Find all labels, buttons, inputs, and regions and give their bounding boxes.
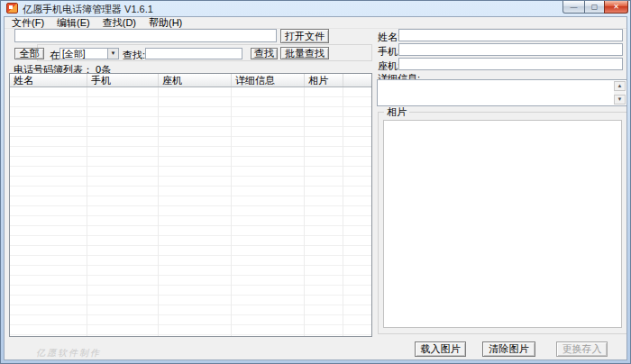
scope-dropdown-value: [全部]: [62, 49, 86, 59]
table-grid-col: [232, 87, 305, 336]
table-grid-col: [343, 87, 371, 336]
file-path-input[interactable]: [14, 29, 277, 42]
title-bar: 亿愿手机电话簿管理器 V1.6.1 — ▢ ✕: [1, 1, 630, 16]
column-header-mobile[interactable]: 手机: [87, 74, 159, 86]
table-grid-col: [10, 87, 87, 336]
mobile-field[interactable]: [398, 43, 623, 56]
batch-find-button[interactable]: 批量查找: [280, 47, 329, 59]
table-grid-col: [305, 87, 343, 336]
mobile-label: 手机:: [378, 45, 400, 59]
scroll-down-icon[interactable]: ▼: [614, 95, 626, 105]
vendor-watermark: 亿愿软件制作: [36, 347, 101, 359]
scope-dropdown[interactable]: [全部] ▼: [59, 48, 119, 59]
clear-image-button[interactable]: 清除图片: [482, 341, 535, 357]
in-label: 在: [50, 49, 59, 62]
chevron-down-icon[interactable]: ▼: [107, 49, 118, 59]
landline-field[interactable]: [398, 58, 623, 70]
menu-bar: 文件(F) 编辑(E) 查找(D) 帮助(H): [5, 17, 626, 29]
open-file-button[interactable]: 打开文件: [280, 29, 329, 43]
scroll-up-icon[interactable]: ▲: [614, 81, 626, 91]
menu-search[interactable]: 查找(D): [96, 17, 142, 29]
maximize-button[interactable]: ▢: [585, 1, 604, 14]
contacts-table: 姓名 手机 座机 详细信息 相片: [9, 73, 372, 337]
menu-edit[interactable]: 编辑(E): [50, 17, 96, 29]
client-area: 文件(F) 编辑(E) 查找(D) 帮助(H) 打开文件 全部 在 [全部] ▼…: [4, 16, 627, 360]
column-header-empty: [343, 74, 371, 86]
landline-label: 座机:: [378, 59, 400, 73]
photo-groupbox: 相片: [378, 112, 627, 334]
column-header-landline[interactable]: 座机: [159, 74, 232, 86]
photo-display-area: [383, 120, 622, 328]
table-grid-col: [159, 87, 232, 336]
column-header-name[interactable]: 姓名: [10, 74, 87, 86]
all-button[interactable]: 全部: [14, 48, 44, 59]
replace-save-button[interactable]: 更换存入: [556, 341, 608, 357]
column-header-details[interactable]: 详细信息: [232, 74, 305, 86]
column-header-photo[interactable]: 相片: [305, 74, 343, 86]
details-textarea[interactable]: ▲ ▼: [377, 79, 627, 106]
find-label: 查找:: [123, 49, 145, 62]
close-button[interactable]: ✕: [604, 1, 628, 14]
load-image-button[interactable]: 载入图片: [415, 341, 466, 357]
table-header-row: 姓名 手机 座机 详细信息 相片: [10, 74, 371, 87]
minimize-button[interactable]: —: [562, 1, 585, 14]
app-window: 亿愿手机电话簿管理器 V1.6.1 — ▢ ✕ 文件(F) 编辑(E) 查找(D…: [0, 0, 631, 364]
photo-group-label: 相片: [384, 106, 409, 118]
app-icon: [6, 3, 18, 14]
details-scrollbar[interactable]: ▲ ▼: [614, 81, 626, 105]
find-input[interactable]: [145, 48, 242, 59]
name-label: 姓名:: [378, 31, 400, 44]
table-body[interactable]: [10, 87, 371, 336]
name-field[interactable]: [398, 29, 623, 41]
window-title: 亿愿手机电话簿管理器 V1.6.1: [23, 3, 153, 16]
menu-file[interactable]: 文件(F): [5, 17, 50, 29]
menu-help[interactable]: 帮助(H): [142, 17, 188, 29]
find-button[interactable]: 查找: [251, 48, 278, 59]
table-grid-col: [87, 87, 159, 336]
